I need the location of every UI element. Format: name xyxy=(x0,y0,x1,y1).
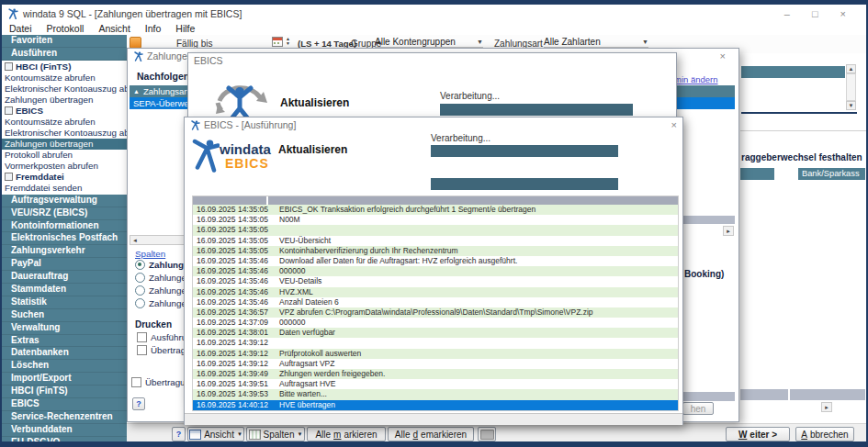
log-row[interactable]: 16.09.2025 14:35:46HVZ.XML xyxy=(193,287,678,297)
log-row[interactable]: 16.09.2025 14:35:05 xyxy=(193,225,678,235)
log-text: Daten verfügbar xyxy=(270,328,678,338)
columns-icon xyxy=(249,430,261,440)
sidebar-tree-item-fremddatei[interactable]: Fremddatei xyxy=(2,172,127,183)
sidebar-tree-item-elektronischer-kontoauszug-abrufen[interactable]: Elektronischer Kontoauszug abrufen xyxy=(2,128,127,139)
sidebar-tree-item-protokoll-abrufen[interactable]: Protokoll abrufen xyxy=(2,150,127,161)
scroll-up-button[interactable]: ▲ xyxy=(846,64,856,73)
alle-markieren-button[interactable]: Alle markieren xyxy=(307,427,386,441)
log-row[interactable]: 16.09.2025 14:40:12HVE übertragen xyxy=(193,400,678,410)
scroll-right-button[interactable]: ▸ xyxy=(821,402,832,412)
sidebar-item-datenbanken[interactable]: Datenbanken xyxy=(2,347,127,360)
menu-item-hilfe[interactable]: Hilfe xyxy=(175,23,195,34)
log-row[interactable]: 16.09.2025 14:36:57VPZ abrufen C:\Progra… xyxy=(193,307,678,318)
sidebar-item-stammdaten[interactable]: Stammdaten xyxy=(2,284,127,296)
sidebar-item-ebics[interactable]: EBICS xyxy=(2,398,127,411)
scroll-down-button[interactable]: ▼ xyxy=(846,101,856,110)
log-row[interactable]: 16.09.2025 14:39:51Auftragsart HVE xyxy=(193,379,678,389)
auftraggeber-label-fragment: raggeberwechsel festhalten xyxy=(741,152,862,162)
dialog1-help-button[interactable]: ? xyxy=(132,397,145,410)
weiter-button[interactable]: Weiter > xyxy=(726,427,790,441)
radio-icon xyxy=(135,273,145,283)
close-button[interactable]: × xyxy=(840,8,846,19)
log-row[interactable]: 16.09.2025 14:39:12 xyxy=(193,338,678,348)
sidebar-tree-item-ebics[interactable]: EBICS xyxy=(2,106,127,117)
checkbox-icon xyxy=(137,332,147,342)
hscrollbar-left[interactable]: ◄ xyxy=(130,235,186,245)
sidebar-item-verbunddaten[interactable]: Verbunddaten xyxy=(2,424,127,437)
sidebar-tree-item-zahlungen-übertragen[interactable]: Zahlungen übertragen xyxy=(2,139,127,150)
partial-abbrechen-button[interactable]: hen xyxy=(682,402,714,415)
sidebar-item-favoriten[interactable]: Favoriten xyxy=(2,35,127,48)
sidebar-item-kontoinformationen[interactable]: Kontoinformationen xyxy=(2,220,127,233)
dialog3-title-bar: EBICS - [Ausführung] × xyxy=(185,117,682,132)
termin-aendern-link[interactable]: min ändern xyxy=(674,74,718,84)
log-row[interactable]: 16.09.2025 14:38:01Daten verfügbar xyxy=(193,328,678,338)
sidebar-item-statistik[interactable]: Statistik xyxy=(2,296,127,309)
log-row[interactable]: 16.09.2025 14:35:05VEU-Übersicht xyxy=(193,236,678,246)
sidebar-tree-item-zahlungen-übertragen[interactable]: Zahlungen übertragen xyxy=(2,95,127,106)
sidebar-item-dauerauftrag[interactable]: Dauerauftrag xyxy=(2,271,127,284)
close-icon[interactable]: × xyxy=(671,119,677,130)
sidebar-tree-item-hbci-fints[interactable]: HBCI (FinTS) xyxy=(2,61,127,73)
spin-down-icon[interactable]: ▼ xyxy=(286,41,290,46)
sidebar-tree-item-fremddatei-senden[interactable]: Fremddatei senden xyxy=(2,183,127,194)
log-row[interactable]: 16.09.2025 14:39:53Bitte warten... xyxy=(193,389,678,399)
menu-item-info[interactable]: Info xyxy=(145,23,162,34)
divider-line xyxy=(740,130,866,131)
checkbox-icon xyxy=(137,345,147,355)
menu-item-protokoll[interactable]: Protokoll xyxy=(47,23,85,34)
gruppe-dropdown[interactable]: Alle Kontengruppen ▼ xyxy=(375,37,483,48)
log-row[interactable]: 16.09.2025 14:35:46Anzahl Dateien 6 xyxy=(193,297,678,307)
help-button[interactable]: ? xyxy=(172,427,186,441)
sidebar-item-hbci-fints[interactable]: HBCI (FinTS) xyxy=(2,386,127,398)
close-icon[interactable]: × xyxy=(720,50,726,61)
sidebar-item-auftragsverwaltung[interactable]: Auftragsverwaltung xyxy=(2,195,127,207)
sidebar-item-eu-dsgvo[interactable]: EU-DSGVO xyxy=(2,437,127,441)
menu-item-datei[interactable]: Datei xyxy=(9,23,32,34)
maximize-button[interactable]: □ xyxy=(812,8,818,19)
log-row[interactable]: 16.09.2025 14:35:05N00M xyxy=(193,215,678,225)
spalten-link[interactable]: Spalten xyxy=(135,249,165,259)
checkbox-icon xyxy=(131,377,141,387)
ansicht-button[interactable]: Ansicht ▼ xyxy=(187,427,244,441)
sidebar-item-paypal[interactable]: PayPal xyxy=(2,258,127,271)
scroll-right-button[interactable]: ▸ xyxy=(723,226,734,236)
sidebar-item-import-export[interactable]: Import/Export xyxy=(2,373,127,386)
sidebar-tree-item-kontoumsätze-abrufen[interactable]: Kontoumsätze abrufen xyxy=(2,117,127,128)
sidebar-item-extras[interactable]: Extras xyxy=(2,335,127,348)
sidebar-item-löschen[interactable]: Löschen xyxy=(2,360,127,373)
sidebar-tree: HBCI (FinTS)Kontoumsätze abrufenElektron… xyxy=(2,61,127,195)
log-row[interactable]: 16.09.2025 14:37:09000000 xyxy=(193,318,678,328)
sidebar-item-ausführen[interactable]: Ausführen xyxy=(2,48,127,61)
sidebar-item-suchen[interactable]: Suchen xyxy=(2,309,127,322)
sidebar-item-service-rechenzentren[interactable]: Service-Rechenzentren xyxy=(2,411,127,424)
log-col-time xyxy=(193,196,266,205)
log-row[interactable]: 16.09.2025 14:35:05Kontoinhaberverifizie… xyxy=(193,246,678,256)
sidebar-item-elektronisches-postfach[interactable]: Elektronisches Postfach xyxy=(2,232,127,245)
sidebar-item-verwaltung[interactable]: Verwaltung xyxy=(2,322,127,335)
log-row[interactable]: 16.09.2025 14:39:49Zhlungen werden freig… xyxy=(193,369,678,379)
log-row[interactable]: 16.09.2025 14:35:05EBICS_OK Tranksaktion… xyxy=(193,205,678,215)
zahlungsart-dropdown[interactable]: Alle Zahlarten ▼ xyxy=(544,37,648,48)
minimize-button[interactable]: – xyxy=(784,8,790,19)
log-row[interactable]: 16.09.2025 14:35:46VEU-Details xyxy=(193,276,678,286)
abbrechen-button[interactable]: Abbrechen xyxy=(795,427,854,441)
log-time: 16.09.2025 14:35:46 xyxy=(193,287,270,297)
calendar-icon[interactable] xyxy=(272,37,283,47)
print-button[interactable] xyxy=(478,427,496,441)
sidebar-item-veu-srz-ebics[interactable]: VEU/SRZ (EBICS) xyxy=(2,207,127,220)
sidebar-tree-item-vormerkposten-abrufen[interactable]: Vormerkposten abrufen xyxy=(2,161,127,172)
sidebar-tree-item-elektronischer-kontoauszug-abrufen[interactable]: Elektronischer Kontoauszug abrufen xyxy=(2,84,127,95)
scrollbar-track[interactable] xyxy=(846,73,856,101)
log-row[interactable]: 16.09.2025 14:39:12Auftragsart VPZ xyxy=(193,359,678,369)
date-spinner[interactable]: ▲ ▼ xyxy=(286,37,290,46)
sidebar-tree-item-kontoumsätze-abrufen[interactable]: Kontoumsätze abrufen xyxy=(2,73,127,84)
dialog3-verarbeitung-label: Verarbeitung... xyxy=(431,133,490,143)
log-row[interactable]: 16.09.2025 14:39:12Prüfprotokoll auswert… xyxy=(193,349,678,359)
spalten-button[interactable]: Spalten ▼ xyxy=(246,427,305,441)
alle-demarkieren-button[interactable]: Alle demarkieren xyxy=(388,427,474,441)
menu-item-ansicht[interactable]: Ansicht xyxy=(98,23,130,34)
sidebar-item-zahlungsverkehr[interactable]: Zahlungsverkehr xyxy=(2,245,127,258)
log-row[interactable]: 16.09.2025 14:35:46000000 xyxy=(193,266,678,276)
log-row[interactable]: 16.09.2025 14:35:46Download aller Daten … xyxy=(193,256,678,266)
